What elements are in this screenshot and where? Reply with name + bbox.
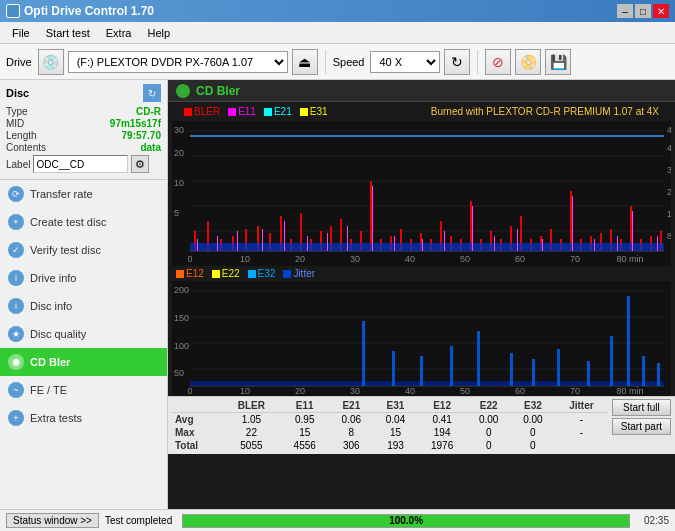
sidebar-item-verify-test-label: Verify test disc <box>30 244 101 256</box>
minimize-button[interactable]: – <box>617 4 633 18</box>
save-button[interactable]: 💾 <box>545 49 571 75</box>
drive-label: Drive <box>6 56 32 68</box>
stats-total-e32: 0 <box>511 439 555 452</box>
sidebar-item-disc-info[interactable]: i Disc info <box>0 292 167 320</box>
toolbar-sep-2 <box>477 50 478 74</box>
legend-e22-dot <box>212 270 220 278</box>
legend-e31-label: E31 <box>310 106 328 117</box>
title-bar-left: Opti Drive Control 1.70 <box>6 4 154 18</box>
extra-tests-icon: + <box>8 410 24 426</box>
legend-e21-dot <box>264 108 272 116</box>
svg-rect-76 <box>284 221 285 251</box>
svg-rect-87 <box>542 239 543 251</box>
sidebar-item-transfer-rate[interactable]: ⟳ Transfer rate <box>0 180 167 208</box>
legend-e12: E12 <box>176 268 204 279</box>
content-title-icon <box>176 84 190 98</box>
sidebar-item-extra-tests[interactable]: + Extra tests <box>0 404 167 432</box>
menu-file[interactable]: File <box>4 25 38 41</box>
close-button[interactable]: ✕ <box>653 4 669 18</box>
create-test-icon: + <box>8 214 24 230</box>
stats-total-e31: 193 <box>373 439 417 452</box>
legend-e32-label: E32 <box>258 268 276 279</box>
sidebar-item-drive-info[interactable]: i Drive info <box>0 264 167 292</box>
svg-text:200: 200 <box>174 285 189 295</box>
stats-total-e21: 306 <box>329 439 373 452</box>
svg-text:16 X: 16 X <box>667 209 671 219</box>
stats-max-label: Max <box>172 426 223 439</box>
svg-rect-61 <box>570 191 572 251</box>
sidebar: Disc ↻ Type CD-R MID 97m15s17f Length 79… <box>0 80 168 509</box>
svg-rect-119 <box>557 349 560 386</box>
stats-total-bler: 5055 <box>223 439 281 452</box>
title-bar-controls: – □ ✕ <box>617 4 669 18</box>
refresh-button[interactable]: ↻ <box>444 49 470 75</box>
bottom-chart-svg: 200 150 100 50 0 10 20 30 40 50 60 70 80 <box>172 281 671 396</box>
disc-contents-key: Contents <box>6 142 46 153</box>
stats-avg-e12: 0.41 <box>418 413 467 427</box>
stats-row-total: Total 5055 4556 306 193 1976 0 0 <box>172 439 608 452</box>
stats-avg-e22: 0.00 <box>467 413 511 427</box>
start-full-button[interactable]: Start full <box>612 399 671 416</box>
disc-row-mid: MID 97m15s17f <box>6 118 161 129</box>
start-part-button[interactable]: Start part <box>612 418 671 435</box>
svg-text:50: 50 <box>460 386 470 396</box>
svg-rect-72 <box>197 239 198 251</box>
erase-button[interactable]: ⊘ <box>485 49 511 75</box>
sidebar-item-drive-info-label: Drive info <box>30 272 76 284</box>
legend-e11: E11 <box>228 106 256 117</box>
legend-e12-label: E12 <box>186 268 204 279</box>
sidebar-item-verify-test[interactable]: ✓ Verify test disc <box>0 236 167 264</box>
top-legend: BLER E11 E21 E31 <box>176 104 336 119</box>
svg-rect-91 <box>632 211 633 251</box>
svg-text:100: 100 <box>174 341 189 351</box>
disc-type-val: CD-R <box>136 106 161 117</box>
svg-text:80 min: 80 min <box>616 386 643 396</box>
stats-total-e12: 1976 <box>418 439 467 452</box>
sidebar-item-fe-te[interactable]: ~ FE / TE <box>0 376 167 404</box>
bottom-legend: E12 E22 E32 Jitter <box>168 266 675 281</box>
menu-extra[interactable]: Extra <box>98 25 140 41</box>
eject-button[interactable]: ⏏ <box>292 49 318 75</box>
sidebar-item-transfer-rate-label: Transfer rate <box>30 188 93 200</box>
svg-text:5: 5 <box>174 208 179 218</box>
sidebar-item-create-test[interactable]: + Create test disc <box>0 208 167 236</box>
disc-refresh-icon[interactable]: ↻ <box>143 84 161 102</box>
svg-text:32 X: 32 X <box>667 165 671 175</box>
stats-total-e11: 4556 <box>280 439 329 452</box>
maximize-button[interactable]: □ <box>635 4 651 18</box>
app-icon <box>6 4 20 18</box>
svg-rect-77 <box>307 236 308 251</box>
legend-bler: BLER <box>184 106 220 117</box>
svg-text:0: 0 <box>187 254 192 264</box>
svg-rect-86 <box>517 229 518 251</box>
legend-e22: E22 <box>212 268 240 279</box>
svg-text:10: 10 <box>240 386 250 396</box>
legend-e32-dot <box>248 270 256 278</box>
svg-text:0: 0 <box>187 386 192 396</box>
disc-header-label: Disc <box>6 87 29 99</box>
menu-help[interactable]: Help <box>139 25 178 41</box>
stats-max-e31: 15 <box>373 426 417 439</box>
menu-start-test[interactable]: Start test <box>38 25 98 41</box>
svg-text:10: 10 <box>240 254 250 264</box>
disc-label-settings[interactable]: ⚙ <box>131 155 149 173</box>
speed-select[interactable]: 40 X <box>370 51 440 73</box>
svg-rect-75 <box>262 229 263 251</box>
svg-rect-85 <box>494 236 495 251</box>
svg-text:8 X: 8 X <box>667 231 671 241</box>
svg-text:30: 30 <box>350 386 360 396</box>
stats-table: BLER E11 E21 E31 E12 E22 E32 Jitter Avg <box>172 399 608 452</box>
stats-avg-jitter: - <box>555 413 608 427</box>
svg-rect-71 <box>190 243 664 251</box>
stats-col-jitter: Jitter <box>555 399 608 413</box>
disc-row-length: Length 79:57.70 <box>6 130 161 141</box>
disc-info-button[interactable]: 📀 <box>515 49 541 75</box>
sidebar-item-cd-bler[interactable]: ◉ CD Bler <box>0 348 167 376</box>
cd-bler-icon: ◉ <box>8 354 24 370</box>
status-window-button[interactable]: Status window >> <box>6 513 99 528</box>
disc-mid-key: MID <box>6 118 24 129</box>
disc-label-input[interactable] <box>33 155 128 173</box>
drive-select[interactable]: (F:) PLEXTOR DVDR PX-760A 1.07 <box>68 51 288 73</box>
sidebar-item-disc-quality[interactable]: ★ Disc quality <box>0 320 167 348</box>
svg-rect-89 <box>594 239 595 251</box>
